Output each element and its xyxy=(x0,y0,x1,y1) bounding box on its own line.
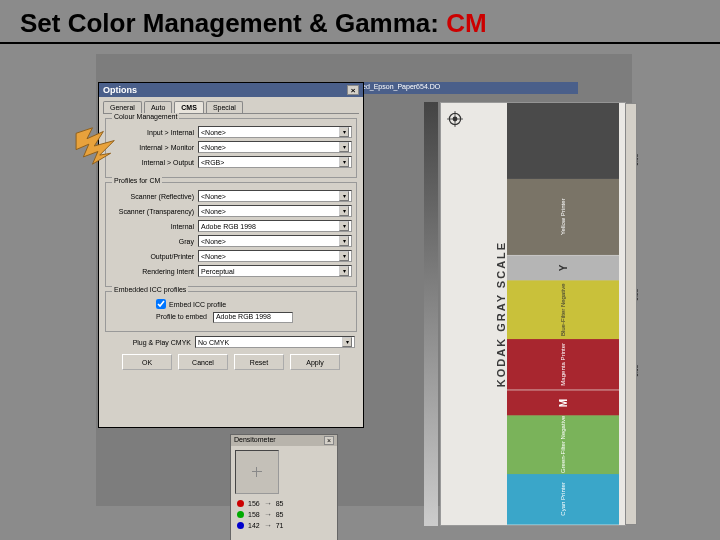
scanner-reflective-label: Scanner (Reflective) xyxy=(110,193,198,200)
kodak-seg-m: M xyxy=(507,390,619,415)
internal-profile-select[interactable]: Adobe RGB 1998▾ xyxy=(198,220,352,232)
reset-button[interactable]: Reset xyxy=(234,354,284,370)
crosshair-icon xyxy=(252,467,262,477)
blue-dot-icon xyxy=(237,522,244,529)
gray-profile-select[interactable]: <None>▾ xyxy=(198,235,352,247)
input-scanner-label: Input > Internal xyxy=(110,129,198,136)
input-scanner-select[interactable]: <None>▾ xyxy=(198,126,352,138)
internal-output-select[interactable]: <RGB>▾ xyxy=(198,156,352,168)
kodak-color-bar: Cyan Printer Green-Filter Negative M Mag… xyxy=(507,103,619,525)
chevron-down-icon[interactable]: ▾ xyxy=(339,127,349,137)
densitometer-blue-row: 142→71 xyxy=(231,520,337,531)
embed-icc-checkbox[interactable] xyxy=(156,299,166,309)
densitometer-panel: Densitometer × 156→85 158→85 142→71 xyxy=(230,434,338,540)
scanner-transparency-label: Scanner (Transparency) xyxy=(110,208,198,215)
densitometer-preview xyxy=(235,450,279,494)
chevron-down-icon[interactable]: ▾ xyxy=(342,337,352,347)
title-underline xyxy=(0,42,720,44)
densitometer-titlebar: Densitometer × xyxy=(231,435,337,446)
internal-monitor-select[interactable]: <None>▾ xyxy=(198,141,352,153)
chevron-down-icon[interactable]: ▾ xyxy=(339,142,349,152)
kodak-seg-bluefilter: Blue-Filter Negative xyxy=(507,280,619,339)
tab-special[interactable]: Special xyxy=(206,101,243,113)
internal-profile-label: Internal xyxy=(110,223,198,230)
arrow-right-icon: → xyxy=(264,521,272,530)
embedded-icc-group: Embedded ICC profiles Embed ICC profile … xyxy=(105,291,357,332)
tab-general[interactable]: General xyxy=(103,101,142,113)
kodak-seg-yellow: Yellow Printer xyxy=(507,179,619,255)
document-titlebar: ed_Epson_Paper654.DO xyxy=(358,82,578,94)
kodak-seg-dark xyxy=(507,103,619,179)
arrow-right-icon: → xyxy=(264,499,272,508)
kodak-seg-green: Green-Filter Negative xyxy=(507,415,619,474)
vertical-scrollbar[interactable] xyxy=(625,103,637,525)
kodak-seg-cyan: Cyan Printer xyxy=(507,474,619,525)
kodak-gray-scale-label: KODAK GRAY SCALE xyxy=(495,241,507,387)
green-dot-icon xyxy=(237,511,244,518)
chevron-down-icon[interactable]: ▾ xyxy=(339,206,349,216)
rendering-intent-select[interactable]: Perceptual▾ xyxy=(198,265,352,277)
registration-mark-icon xyxy=(447,111,463,127)
pnp-cmyk-select[interactable]: No CMYK▾ xyxy=(195,336,355,348)
output-printer-select[interactable]: <None>▾ xyxy=(198,250,352,262)
internal-monitor-label: Internal > Monitor xyxy=(110,144,198,151)
densitometer-green-row: 158→85 xyxy=(231,509,337,520)
dialog-titlebar: Options × xyxy=(99,83,363,97)
gray-profile-label: Gray xyxy=(110,238,198,245)
apply-button[interactable]: Apply xyxy=(290,354,340,370)
scanner-transparency-select[interactable]: <None>▾ xyxy=(198,205,352,217)
densitometer-red-row: 156→85 xyxy=(231,498,337,509)
scan-preview: KODAK GRAY SCALE Cyan Printer Green-Filt… xyxy=(440,102,626,526)
kodak-seg-y: Y xyxy=(507,255,619,280)
chevron-down-icon[interactable]: ▾ xyxy=(339,157,349,167)
output-printer-label: Output/Printer xyxy=(110,253,198,260)
internal-output-label: Internal > Output xyxy=(110,159,198,166)
cancel-button[interactable]: Cancel xyxy=(178,354,228,370)
arrow-right-icon: → xyxy=(264,510,272,519)
application-window: ed_Epson_Paper654.DO Options × General A… xyxy=(96,54,632,506)
tab-auto[interactable]: Auto xyxy=(144,101,172,113)
slide-title: Set Color Management & Gamma: CM xyxy=(20,8,487,39)
gray-guide-strip xyxy=(424,102,438,526)
profile-to-embed-row: Profile to embed Adobe RGB 1998 xyxy=(156,312,352,323)
ok-button[interactable]: OK xyxy=(122,354,172,370)
embed-icc-label: Embed ICC profile xyxy=(169,301,226,308)
rendering-intent-label: Rendering Intent xyxy=(110,268,198,275)
options-dialog: Options × General Auto CMS Special Colou… xyxy=(98,82,364,428)
color-management-group: Colour Management Input > Internal <None… xyxy=(105,118,357,178)
pnp-cmyk-label: Plug & Play CMYK xyxy=(107,339,195,346)
scanner-reflective-select[interactable]: <None>▾ xyxy=(198,190,352,202)
chevron-down-icon[interactable]: ▾ xyxy=(339,191,349,201)
tab-cms[interactable]: CMS xyxy=(174,101,204,113)
close-icon[interactable]: × xyxy=(347,85,359,95)
red-dot-icon xyxy=(237,500,244,507)
chevron-down-icon[interactable]: ▾ xyxy=(339,266,349,276)
chevron-down-icon[interactable]: ▾ xyxy=(339,251,349,261)
chevron-down-icon[interactable]: ▾ xyxy=(339,221,349,231)
kodak-seg-magenta: Magenta Printer xyxy=(507,339,619,390)
chevron-down-icon[interactable]: ▾ xyxy=(339,236,349,246)
profiles-group: Profiles for CM Scanner (Reflective) <No… xyxy=(105,182,357,287)
close-icon[interactable]: × xyxy=(324,436,334,445)
profile-to-embed-value: Adobe RGB 1998 xyxy=(213,312,293,323)
